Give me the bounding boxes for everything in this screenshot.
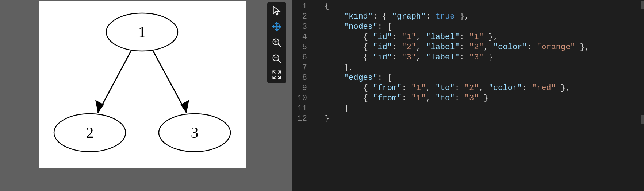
move-icon [272,22,282,32]
fit-icon [272,70,282,80]
graph-toolbar [267,2,286,83]
code-token: { [363,94,373,103]
code-token: , [426,83,435,93]
code-token: "2" [469,43,484,52]
edge-1-3 [151,47,187,113]
code-token: { [363,32,373,42]
code-line[interactable]: { [317,1,644,12]
code-line[interactable]: { "from": "1", "to": "3" } [317,93,644,104]
line-number: 4 [292,32,317,42]
code-line[interactable]: "edges": [ [317,73,644,83]
code-token: "3" [469,53,484,62]
code-token [325,32,363,42]
code-line[interactable]: { "from": "1", "to": "2", "color": "red"… [317,83,644,93]
line-number: 9 [292,83,317,93]
code-token: "1" [402,32,416,42]
line-number: 1 [292,1,317,12]
zoom-in-icon [272,38,282,48]
code-token [325,53,363,62]
pointer-tool[interactable] [269,4,284,17]
scroll-marker-mid[interactable] [641,115,644,124]
code-token: : [460,43,469,52]
code-line[interactable]: ] [317,104,644,114]
code-token: : [402,83,411,93]
code-token [325,22,344,31]
code-token [325,83,363,93]
code-editor-pane: 123456789101112 { "kind": { "graph": tru… [290,0,644,191]
code-token: "id" [373,32,392,42]
code-token: : [426,12,435,21]
code-token: "to" [436,83,455,93]
line-number: 10 [292,93,317,104]
code-token: { [363,83,373,93]
code-line[interactable]: { "id": "2", "label": "2", "color": "ora… [317,42,644,52]
code-token: "nodes" [344,22,377,31]
code-token: , [416,43,426,52]
code-token: : [392,43,402,52]
code-line[interactable]: "kind": { "graph": true }, [317,12,644,22]
code-token: "edges" [344,73,377,82]
code-token: "red" [532,83,556,93]
code-line[interactable]: ], [317,63,644,73]
code-token: "3" [402,53,416,62]
code-token: { [363,53,373,62]
edge-1-2 [98,47,133,113]
zoom-in-tool[interactable] [269,36,284,49]
zoom-out-tool[interactable] [269,52,284,65]
line-number: 3 [292,22,317,32]
code-token: : [392,53,402,62]
line-number: 8 [292,73,317,83]
code-token: : [460,53,469,62]
code-token: "label" [426,43,459,52]
code-token: }, [484,32,498,42]
code-token: : [455,83,464,93]
line-number: 11 [292,104,317,114]
code-token: : [460,32,469,42]
code-token: "color" [488,83,522,93]
fit-tool[interactable] [269,68,284,81]
graph-canvas[interactable]: 1 2 3 [39,1,246,168]
code-token [325,73,344,82]
code-area[interactable]: { "kind": { "graph": true }, "nodes": [ … [317,0,644,191]
code-token: , [416,53,426,62]
code-token [325,12,344,21]
code-token [325,104,344,113]
code-token: : [522,83,532,93]
code-line[interactable]: "nodes": [ [317,22,644,32]
code-token: , [484,43,493,52]
code-line[interactable]: { "id": "1", "label": "1" }, [317,32,644,42]
line-number: 2 [292,12,317,22]
code-token: "graph" [392,12,426,21]
move-tool[interactable] [269,20,284,33]
arrowhead-1-3 [180,100,189,113]
code-token: "2" [402,43,416,52]
code-token: : [527,43,537,52]
scroll-marker-top[interactable] [641,1,644,9]
code-token: , [416,32,426,42]
code-token: "3" [464,94,479,103]
code-line[interactable]: } [317,114,644,124]
code-token [325,43,363,52]
code-token: "color" [493,43,527,52]
line-number: 5 [292,42,317,52]
line-number: 12 [292,114,317,124]
code-token: } [479,94,488,103]
code-token: "to" [436,94,455,103]
code-token: , [426,94,435,103]
code-token: true [436,12,455,21]
code-token: : [455,94,464,103]
code-token: { [363,43,373,52]
code-token: : [ [377,73,392,82]
code-token: "1" [411,94,426,103]
node-label-2: 2 [86,124,94,141]
code-token: "orange" [537,43,575,52]
code-token [325,63,344,72]
code-token: { [325,2,329,11]
line-number: 7 [292,63,317,73]
code-token: : { [373,12,392,21]
code-line[interactable]: { "id": "3", "label": "3" } [317,52,644,63]
code-token: "2" [464,83,479,93]
code-token: "label" [426,53,459,62]
graph-preview-pane: 1 2 3 [0,0,290,191]
code-token: "from" [373,83,402,93]
